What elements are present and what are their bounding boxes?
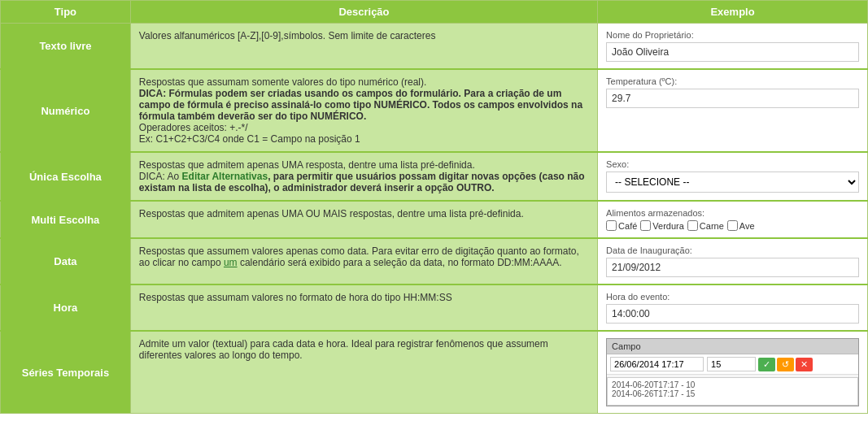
- desc-cell: Respostas que assumam somente valores do…: [130, 69, 597, 152]
- table-row: HoraRespostas que assumam valores no for…: [1, 284, 868, 331]
- series-delete-button[interactable]: ✕: [796, 358, 813, 371]
- tipo-cell: Multi Escolha: [1, 201, 131, 238]
- main-table: Tipo Descrição Exemplo Texto livreValore…: [0, 0, 868, 414]
- exemplo-cell: Sexo:-- SELECIONE --: [598, 152, 868, 201]
- exemplo-input[interactable]: [606, 42, 859, 62]
- exemplo-input[interactable]: [606, 258, 859, 277]
- desc-cell: Valores alfanuméricos [A-Z],[0-9],símbol…: [130, 24, 597, 70]
- exemplo-cell: Temperatura (ºC):: [598, 69, 868, 152]
- calendario-link[interactable]: um: [224, 257, 238, 268]
- tipo-cell: Séries Temporais: [1, 331, 131, 414]
- tipo-cell: Única Escolha: [1, 152, 131, 201]
- checkbox-input[interactable]: [727, 220, 738, 231]
- desc-cell: Respostas que admitem apenas UMA OU MAIS…: [130, 201, 597, 238]
- exemplo-label: Nome do Proprietário:: [606, 30, 859, 40]
- desc-cell: Respostas que assumem valores apenas com…: [130, 238, 597, 284]
- series-add-button[interactable]: ✓: [758, 358, 775, 371]
- desc-cell: Respostas que admitem apenas UMA respost…: [130, 152, 597, 201]
- editar-alternativas-link[interactable]: Editar Alternativas: [182, 171, 268, 182]
- exemplo-cell: Alimentos armazenados: Café Verdura Carn…: [598, 201, 868, 238]
- checkbox-label[interactable]: Verdura: [640, 220, 684, 231]
- series-header: Campo: [607, 339, 858, 354]
- exemplo-input[interactable]: [606, 304, 859, 324]
- exemplo-label: Sexo:: [606, 159, 859, 169]
- exemplo-select[interactable]: -- SELECIONE --: [606, 172, 859, 193]
- exemplo-cell: Campo✓↺✕2014-06-20T17:17 - 102014-06-26T…: [598, 331, 868, 414]
- col-header-tipo: Tipo: [1, 1, 131, 24]
- series-input-row: ✓↺✕: [607, 354, 858, 375]
- table-row: Multi EscolhaRespostas que admitem apena…: [1, 201, 868, 238]
- checkbox-input[interactable]: [606, 220, 617, 231]
- desc-text: Respostas que assumam valores no formato…: [139, 292, 589, 303]
- exemplo-cell: Data de Inauguração:: [598, 238, 868, 284]
- tipo-cell: Numérico: [1, 69, 131, 152]
- desc-text: Valores alfanuméricos [A-Z],[0-9],símbol…: [139, 30, 589, 41]
- desc-text: Respostas que admitem apenas UMA OU MAIS…: [139, 208, 589, 219]
- checkbox-row: Café Verdura Carne Ave: [606, 220, 859, 231]
- checkbox-label[interactable]: Carne: [687, 220, 724, 231]
- tipo-cell: Data: [1, 238, 131, 284]
- exemplo-cell: Nome do Proprietário:: [598, 24, 868, 70]
- exemplo-label: Hora do evento:: [606, 292, 859, 302]
- col-header-desc: Descrição: [130, 1, 597, 24]
- table-row: Texto livreValores alfanuméricos [A-Z],[…: [1, 24, 868, 70]
- table-row: Séries TemporaisAdmite um valor (textual…: [1, 331, 868, 414]
- desc-cell: Admite um valor (textual) para cada data…: [130, 331, 597, 414]
- table-row: Única EscolhaRespostas que admitem apena…: [1, 152, 868, 201]
- series-list-item: 2014-06-26T17:17 - 15: [612, 389, 853, 398]
- exemplo-label: Alimentos armazenados:: [606, 208, 859, 218]
- checkbox-input[interactable]: [640, 220, 651, 231]
- series-edit-button[interactable]: ↺: [777, 358, 794, 371]
- checkbox-input[interactable]: [687, 220, 698, 231]
- checkbox-label[interactable]: Café: [606, 220, 637, 231]
- exemplo-label: Data de Inauguração:: [606, 245, 859, 255]
- series-value-input[interactable]: [707, 357, 756, 371]
- col-header-exemplo: Exemplo: [598, 1, 868, 24]
- tipo-cell: Texto livre: [1, 24, 131, 70]
- exemplo-cell: Hora do evento:: [598, 284, 868, 331]
- table-row: NuméricoRespostas que assumam somente va…: [1, 69, 868, 152]
- exemplo-label: Temperatura (ºC):: [606, 76, 859, 86]
- exemplo-input[interactable]: [606, 89, 859, 108]
- series-list: 2014-06-20T17:17 - 102014-06-26T17:17 - …: [607, 377, 858, 406]
- table-row: DataRespostas que assumem valores apenas…: [1, 238, 868, 284]
- series-list-item: 2014-06-20T17:17 - 10: [612, 380, 853, 389]
- series-date-input[interactable]: [610, 357, 704, 371]
- tipo-cell: Hora: [1, 284, 131, 331]
- series-widget: Campo✓↺✕2014-06-20T17:17 - 102014-06-26T…: [606, 338, 859, 406]
- checkbox-label[interactable]: Ave: [727, 220, 755, 231]
- desc-cell: Respostas que assumam valores no formato…: [130, 284, 597, 331]
